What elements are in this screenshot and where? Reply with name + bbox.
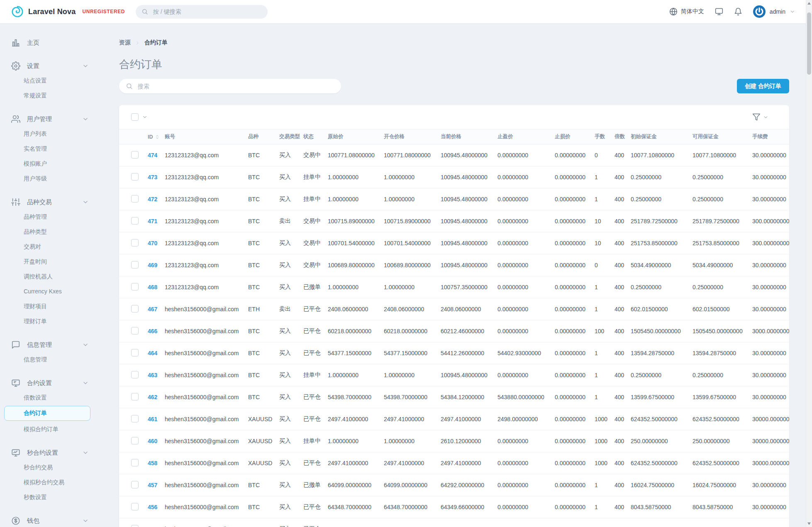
sidebar-item[interactable]: 调控机器人 <box>0 269 95 284</box>
sidebar-item[interactable]: 品种管理 <box>0 209 95 224</box>
scrollbar-thumb[interactable] <box>807 12 811 75</box>
select-all-checkbox[interactable] <box>131 113 139 121</box>
sidebar-item[interactable]: 倍数设置 <box>0 390 95 405</box>
sidebar-item[interactable]: 理财项目 <box>0 299 95 314</box>
sidebar-item[interactable]: 理财订单 <box>0 314 95 329</box>
order-id-link[interactable]: 467 <box>142 298 161 320</box>
column-header-2[interactable]: 品种 <box>245 129 276 144</box>
order-id-link[interactable]: 462 <box>142 386 161 408</box>
filter-dropdown[interactable] <box>752 113 768 121</box>
sidebar-item[interactable]: 秒合约交易 <box>0 460 95 475</box>
scroll-up-arrow[interactable] <box>807 2 811 5</box>
create-order-button[interactable]: 创建 合约订单 <box>737 79 789 93</box>
sidebar-section-1[interactable]: 设置 <box>0 59 95 73</box>
order-id-link[interactable]: 473 <box>142 166 161 188</box>
sidebar-item[interactable]: 交易对 <box>0 239 95 254</box>
row-checkbox[interactable] <box>131 217 139 224</box>
global-search-input[interactable] <box>152 8 262 15</box>
sidebar-item[interactable]: Currency Kxes <box>0 284 95 299</box>
column-header-5[interactable]: 原始价 <box>324 129 380 144</box>
row-checkbox[interactable] <box>131 481 139 488</box>
scroll-down-arrow[interactable] <box>807 522 811 525</box>
sidebar-section-3[interactable]: 品种交易 <box>0 195 95 209</box>
locale-switcher[interactable]: 简体中文 <box>669 7 704 16</box>
row-checkbox[interactable] <box>131 371 139 378</box>
column-header-4[interactable]: 状态 <box>300 129 324 144</box>
column-header-14[interactable]: 手续费 <box>749 129 789 144</box>
order-id-link[interactable]: 455 <box>142 518 161 527</box>
column-header-12[interactable]: 初始保证金 <box>627 129 689 144</box>
sidebar-section-2[interactable]: 用户管理 <box>0 112 95 126</box>
sidebar-item[interactable]: 秒数设置 <box>0 490 95 505</box>
sidebar-item[interactable]: 用户等级 <box>0 171 95 186</box>
order-id-link[interactable]: 468 <box>142 276 161 298</box>
order-id-link[interactable]: 472 <box>142 188 161 210</box>
bell-icon[interactable] <box>734 7 742 16</box>
select-actions-chevron[interactable] <box>142 114 148 120</box>
row-checkbox[interactable] <box>131 261 139 268</box>
row-checkbox[interactable] <box>131 327 139 334</box>
row-checkbox[interactable] <box>131 195 139 203</box>
column-header-6[interactable]: 开仓价格 <box>380 129 437 144</box>
order-id-link[interactable]: 456 <box>142 496 161 518</box>
sidebar-item[interactable]: 模拟合约订单 <box>0 422 95 437</box>
sidebar-section-6[interactable]: 秒合约设置 <box>0 446 95 460</box>
row-checkbox[interactable] <box>131 459 139 466</box>
sidebar-item[interactable]: 信息管理 <box>0 352 95 367</box>
column-header-10[interactable]: 手数 <box>591 129 611 144</box>
sidebar-item[interactable]: 用户列表 <box>0 126 95 141</box>
sidebar-item[interactable]: 开盘时间 <box>0 254 95 269</box>
row-checkbox[interactable] <box>131 503 139 510</box>
breadcrumb-resources[interactable]: 资源 <box>119 39 131 46</box>
resource-search-input[interactable] <box>137 83 334 90</box>
order-id-link[interactable]: 457 <box>142 474 161 496</box>
row-checkbox[interactable] <box>131 151 139 159</box>
column-header-9[interactable]: 止损价 <box>551 129 591 144</box>
order-id-link[interactable]: 469 <box>142 254 161 276</box>
sidebar-item[interactable]: 模拟账户 <box>0 156 95 171</box>
sidebar-item[interactable]: 合约订单 <box>4 406 90 421</box>
sidebar-item[interactable]: 实名管理 <box>0 141 95 156</box>
global-search[interactable] <box>136 5 268 19</box>
sidebar-item[interactable]: 站点设置 <box>0 73 95 88</box>
row-checkbox[interactable] <box>131 393 139 400</box>
order-id-link[interactable]: 470 <box>142 232 161 254</box>
sidebar-section-4[interactable]: 信息管理 <box>0 338 95 352</box>
app-logo[interactable]: Laravel Nova <box>11 5 76 18</box>
order-id-link[interactable]: 471 <box>142 210 161 232</box>
sidebar-item[interactable]: 模拟秒合约交易 <box>0 475 95 490</box>
page-scrollbar[interactable] <box>806 0 812 527</box>
row-checkbox[interactable] <box>131 525 139 527</box>
order-id-link[interactable]: 461 <box>142 408 161 430</box>
order-id-link[interactable]: 466 <box>142 320 161 342</box>
row-checkbox[interactable] <box>131 349 139 356</box>
column-header-11[interactable]: 倍数 <box>611 129 627 144</box>
sidebar-item[interactable]: 品种类型 <box>0 224 95 239</box>
column-header-13[interactable]: 可用保证金 <box>689 129 749 144</box>
column-header-1[interactable]: 账号 <box>161 129 245 144</box>
order-id-link[interactable]: 464 <box>142 342 161 364</box>
cell: 30000.00000000 <box>749 452 789 474</box>
sidebar-section-0[interactable]: 主页 <box>0 36 95 50</box>
row-checkbox[interactable] <box>131 173 139 181</box>
order-id-link[interactable]: 463 <box>142 364 161 386</box>
row-checkbox[interactable] <box>131 437 139 444</box>
sidebar-section-7[interactable]: 钱包 <box>0 514 95 527</box>
row-checkbox[interactable] <box>131 239 139 246</box>
row-checkbox[interactable] <box>131 415 139 422</box>
order-id-link[interactable]: 458 <box>142 452 161 474</box>
row-checkbox[interactable] <box>131 283 139 290</box>
user-menu[interactable]: admin <box>753 5 795 18</box>
column-header-0[interactable]: ID <box>142 129 161 144</box>
sidebar-item[interactable]: 常规设置 <box>0 88 95 103</box>
sidebar-section-5[interactable]: 合约设置 <box>0 376 95 390</box>
resource-search[interactable] <box>119 79 341 93</box>
monitor-icon[interactable] <box>715 7 723 16</box>
column-header-3[interactable]: 交易类型 <box>276 129 300 144</box>
column-header-7[interactable]: 当前价格 <box>437 129 494 144</box>
order-id-link[interactable]: 474 <box>142 144 161 166</box>
column-header-8[interactable]: 止盈价 <box>494 129 551 144</box>
order-id-link[interactable]: 460 <box>142 430 161 452</box>
row-checkbox[interactable] <box>131 305 139 312</box>
home-icon <box>11 38 20 47</box>
